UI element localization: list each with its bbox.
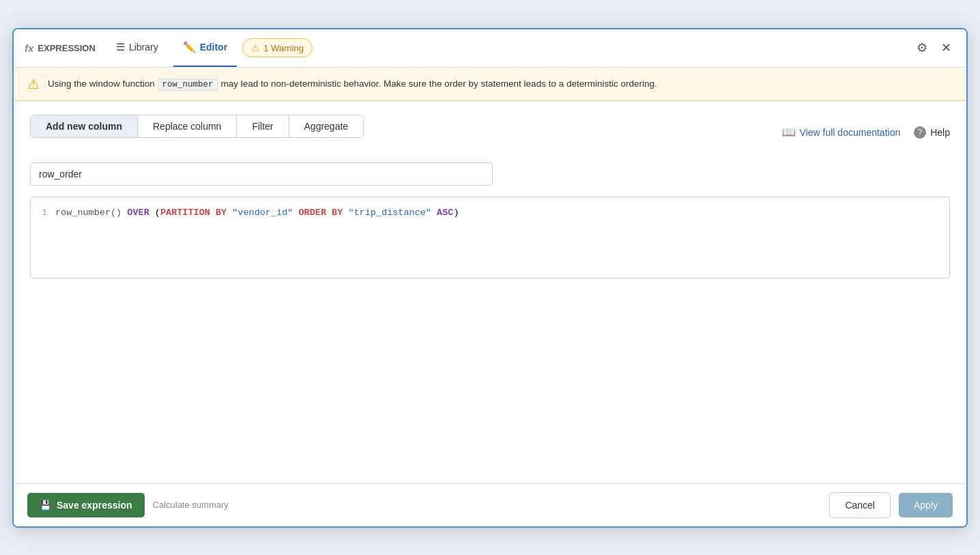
close-icon: ✕	[941, 40, 951, 55]
modal-header: fx EXPRESSION ☰ Library ✏️ Editor ⚠ 1 Wa…	[14, 29, 966, 68]
top-row: Add new column Replace column Filter Agg…	[30, 115, 950, 150]
save-icon: 💾	[40, 500, 51, 511]
apply-button[interactable]: Apply	[899, 493, 953, 517]
view-documentation-link[interactable]: 📖 View full documentation	[782, 126, 901, 139]
tab-aggregate[interactable]: Aggregate	[289, 115, 364, 137]
settings-button[interactable]: ⚙	[912, 36, 932, 59]
expression-label: fx EXPRESSION	[25, 42, 96, 54]
expression-title: EXPRESSION	[38, 43, 96, 53]
warning-triangle-icon: ⚠	[251, 42, 260, 53]
expression-editor-modal: fx EXPRESSION ☰ Library ✏️ Editor ⚠ 1 Wa…	[12, 28, 968, 528]
help-icon: ?	[914, 126, 926, 139]
header-actions: ⚙ ✕	[912, 36, 955, 59]
tab-library[interactable]: ☰ Library	[106, 29, 168, 67]
modal-body: Add new column Replace column Filter Agg…	[14, 101, 966, 483]
cancel-button[interactable]: Cancel	[829, 492, 891, 518]
warning-text: Using the window function row_number may…	[48, 79, 657, 89]
tab-warning[interactable]: ⚠ 1 Warning	[242, 38, 313, 57]
view-tab-bar: Add new column Replace column Filter Agg…	[30, 115, 364, 138]
save-expression-button[interactable]: 💾 Save expression	[27, 493, 145, 517]
code-line-1: 1 row_number() OVER (PARTITION BY "vendo…	[36, 205, 944, 221]
help-link[interactable]: ? Help	[914, 126, 950, 139]
editor-icon: ✏️	[183, 41, 196, 53]
warning-banner: ⚠ Using the window function row_number m…	[14, 68, 966, 101]
code-content: row_number() OVER (PARTITION BY "vendor_…	[55, 205, 459, 221]
tab-add-new-column[interactable]: Add new column	[31, 115, 138, 137]
code-editor[interactable]: 1 row_number() OVER (PARTITION BY "vendo…	[30, 197, 950, 279]
gear-icon: ⚙	[917, 40, 927, 55]
modal-footer: 💾 Save expression Calculate summary Canc…	[14, 483, 966, 526]
fx-icon: fx	[25, 42, 33, 54]
library-icon: ☰	[116, 41, 125, 53]
doc-help-links: 📖 View full documentation ? Help	[782, 126, 950, 139]
doc-icon: 📖	[782, 126, 796, 139]
line-number: 1	[36, 206, 47, 220]
column-name-input[interactable]	[30, 162, 493, 186]
warning-code: row_number	[158, 79, 218, 91]
tab-editor[interactable]: ✏️ Editor	[173, 29, 237, 67]
calculate-summary-label: Calculate summary	[153, 500, 229, 510]
close-button[interactable]: ✕	[937, 36, 955, 59]
tab-replace-column[interactable]: Replace column	[138, 115, 237, 137]
warning-icon: ⚠	[27, 76, 40, 92]
tab-filter[interactable]: Filter	[237, 115, 289, 137]
